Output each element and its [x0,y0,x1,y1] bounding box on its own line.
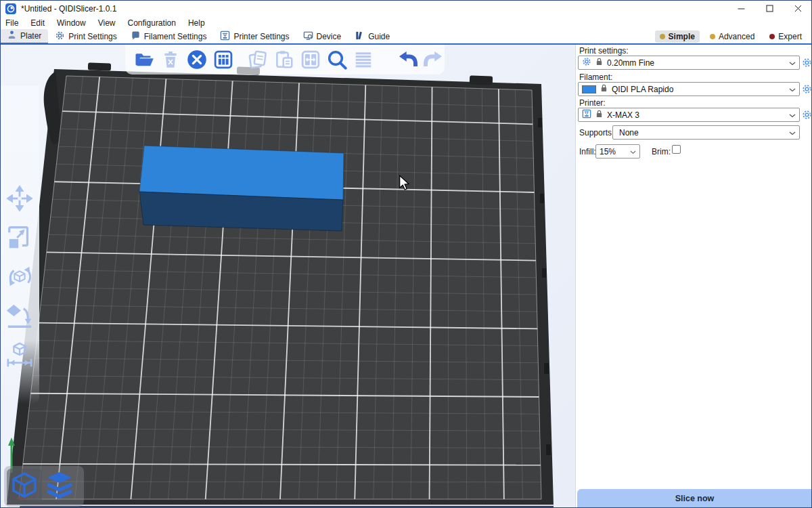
gear-icon [55,30,65,43]
main-toolbar [125,45,445,75]
chevron-down-icon [630,147,636,156]
slice-now-button[interactable]: Slice now [577,489,812,508]
3d-view-icon [9,470,39,503]
filament-icon [131,30,141,43]
mode-expert-label: Expert [778,32,802,41]
simple-dot-icon [660,34,665,39]
place-on-face-icon [5,301,35,331]
lock-icon [595,110,603,120]
lock-icon [595,58,603,68]
lock-icon [600,84,608,94]
tab-print-settings[interactable]: Print Settings [48,29,123,43]
tab-filament-settings[interactable]: Filament Settings [124,29,214,43]
split-icon [300,49,321,70]
paste-icon [273,49,295,70]
print-settings-value: 0.20mm Fine [607,58,785,68]
brim-checkbox[interactable] [672,145,681,154]
mode-simple[interactable]: Simple [655,30,700,43]
printer-select[interactable]: X-MAX 3 [578,108,800,122]
preview-button[interactable] [42,469,77,504]
search-icon[interactable] [326,49,348,70]
redo-icon [423,49,445,70]
menu-bar: File Edit Window View Configuration Help [0,17,812,29]
tab-printer-settings[interactable]: Printer Settings [213,29,296,43]
minimize-button[interactable] [727,0,755,17]
mode-simple-label: Simple [669,32,695,41]
arrange-icon[interactable] [212,49,234,70]
chevron-down-icon [789,58,796,68]
tab-bar: Plater Print Settings Filament Settings … [0,29,812,45]
chevron-down-icon [789,85,796,94]
filament-value: QIDI PLA Rapido [612,85,785,94]
device-icon [303,30,313,43]
print-settings-select[interactable]: 0.20mm Fine [578,56,800,70]
expert-dot-icon [769,34,775,39]
printer-icon [220,30,230,43]
advanced-dot-icon [710,34,715,39]
supports-select[interactable]: None [612,125,800,140]
tab-guide[interactable]: Guide [348,29,397,43]
maximize-button[interactable] [755,0,784,17]
tab-printer-settings-label: Printer Settings [233,32,289,41]
menu-window[interactable]: Window [51,18,92,28]
menu-configuration[interactable]: Configuration [122,18,182,28]
undo-icon[interactable] [397,49,418,70]
printer-icon [582,109,591,121]
open-icon[interactable] [133,49,155,70]
model-object [139,146,344,231]
infill-select[interactable]: 15% [595,144,640,158]
chevron-down-icon [789,110,796,120]
plater-icon [7,30,17,42]
filament-select[interactable]: QIDI PLA Rapido [578,82,800,96]
print-bed [0,45,575,508]
title-bar: *Untitled - QIDISlicer-1.0.1 [0,0,812,17]
slice-now-label: Slice now [675,494,715,503]
tab-device[interactable]: Device [296,29,348,43]
mode-selector: Simple Advanced Expert [655,29,812,43]
filament-color-swatch [582,85,596,93]
chevron-down-icon [789,128,796,137]
viewport-3d[interactable] [0,45,575,508]
tab-plater[interactable]: Plater [0,29,48,45]
tab-guide-label: Guide [368,32,390,41]
mouse-cursor [398,175,410,194]
mode-advanced-label: Advanced [719,32,754,41]
delete-all-icon[interactable] [186,49,208,70]
mode-advanced[interactable]: Advanced [705,30,759,43]
window-title: *Untitled - QIDISlicer-1.0.1 [21,4,116,14]
preview-icon [44,469,75,503]
infill-value: 15% [600,147,626,156]
3d-view-button[interactable] [7,469,42,504]
infill-label: Infill: [579,147,596,156]
tab-device-label: Device [317,32,342,41]
supports-label: Supports: [579,128,614,137]
print-settings-gear-button[interactable] [802,58,812,68]
scale-icon [5,223,35,253]
printer-gear-button[interactable] [802,110,812,120]
close-button[interactable] [784,0,812,17]
menu-view[interactable]: View [92,18,122,28]
gizmo-toolbar [0,85,39,404]
brim-label: Brim: [652,147,671,156]
layers-icon [353,49,374,70]
supports-value: None [616,128,785,137]
menu-edit[interactable]: Edit [24,18,51,28]
measure-icon [5,341,35,371]
tab-filament-settings-label: Filament Settings [144,32,207,41]
filament-label: Filament: [579,72,612,82]
rotate-icon [5,262,35,292]
printer-label: Printer: [579,98,606,108]
menu-file[interactable]: File [0,18,24,28]
app-logo-icon [5,3,16,14]
move-icon [5,184,35,213]
copy-icon [247,49,269,70]
mode-expert[interactable]: Expert [765,30,807,43]
print-settings-label: Print settings: [579,46,629,56]
menu-help[interactable]: Help [182,18,211,28]
settings-panel: Print settings: 0.20mm Fine Filament: QI… [575,45,812,508]
view-toggle-group [4,466,84,507]
filament-gear-button[interactable] [802,84,812,94]
guide-icon [355,30,365,43]
tab-plater-label: Plater [20,31,41,41]
gear-icon [582,57,591,68]
